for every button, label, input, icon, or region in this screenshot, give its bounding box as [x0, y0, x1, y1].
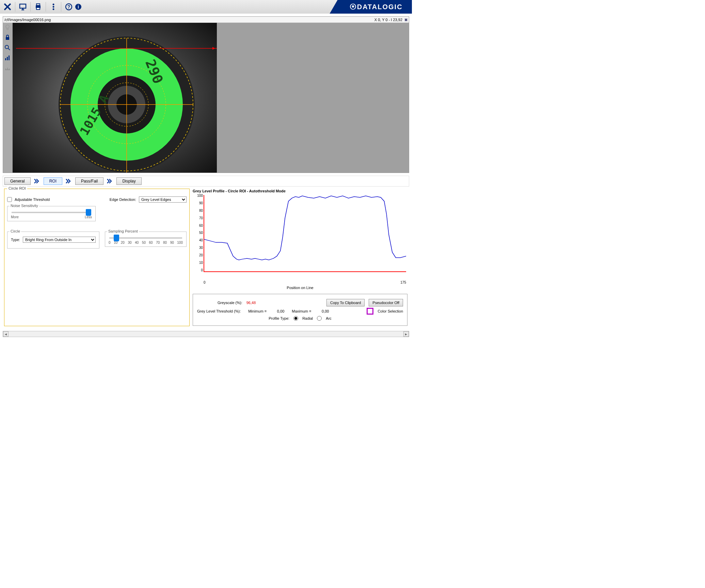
toolbar-separator: [15, 2, 15, 12]
toolbar-separator: [61, 2, 61, 12]
slider-thumb[interactable]: [86, 209, 91, 216]
svg-rect-15: [5, 58, 6, 60]
histogram-icon[interactable]: [4, 54, 11, 62]
tab-general[interactable]: General: [4, 177, 31, 185]
profile-info-box: Greyscale (%): 96,48 Copy To Clipboard P…: [193, 294, 407, 326]
horizontal-scrollbar[interactable]: ◄ ►: [3, 331, 409, 337]
chevron-right-icon: [32, 179, 42, 184]
tab-roi[interactable]: ROI: [44, 177, 62, 185]
svg-text:i: i: [78, 4, 79, 10]
max-label: Maximum =: [292, 309, 311, 313]
svg-rect-13: [6, 37, 9, 40]
image-panel: /cf/Images/Image00016.png X 0, Y 0 - I 2…: [3, 16, 409, 173]
threshold-label: Grey Level Threshold (%):: [197, 309, 241, 313]
more-menu-icon[interactable]: [49, 2, 58, 12]
scroll-left-icon[interactable]: ◄: [3, 331, 9, 337]
svg-rect-0: [20, 4, 26, 8]
cursor-coords: X 0, Y 0 - I 23,92: [374, 18, 402, 22]
profile-title: Grey Level Profile - Circle ROI - Autoth…: [193, 189, 407, 193]
adjustable-threshold-label: Adjustable Threshold: [15, 197, 50, 202]
tab-passfail[interactable]: Pass/Fail: [75, 177, 103, 185]
image-path-bar: /cf/Images/Image00016.png X 0, Y 0 - I 2…: [3, 17, 409, 23]
edge-detection-label: Edge Detection:: [110, 197, 136, 202]
pseudocolor-button[interactable]: Pseudocolor Off: [369, 299, 403, 306]
profile-type-arc-radio[interactable]: [317, 316, 322, 321]
top-toolbar: ? i ⦿DATALOGIC: [0, 0, 412, 14]
pin-icon[interactable]: ▣: [404, 18, 407, 21]
color-selection-label: Color Selection: [378, 309, 403, 313]
copy-to-clipboard-button[interactable]: Copy To Clipboard: [326, 299, 365, 306]
svg-point-6: [53, 9, 54, 10]
monitor-icon[interactable]: [18, 2, 28, 12]
slider-thumb[interactable]: [114, 235, 119, 241]
panel-title: Circle ROI: [7, 186, 27, 190]
chevron-right-icon: [64, 179, 74, 184]
info-icon[interactable]: i: [74, 2, 83, 12]
image-path: /cf/Images/Image00016.png: [4, 18, 51, 22]
svg-point-5: [53, 6, 54, 8]
min-value: 0,00: [271, 309, 284, 313]
help-icon[interactable]: ?: [64, 2, 74, 12]
svg-point-11: [6, 25, 9, 28]
profile-panel: Grey Level Profile - Circle ROI - Autoth…: [192, 189, 408, 326]
toolbar-separator: [46, 2, 46, 12]
profile-type-radial-radio[interactable]: [293, 316, 298, 321]
min-label: Minimum =: [248, 309, 267, 313]
bulb-icon[interactable]: [4, 23, 11, 31]
scroll-right-icon[interactable]: ►: [403, 331, 409, 337]
chevron-right-icon: [105, 179, 115, 184]
x-min: 0: [204, 281, 206, 284]
color-selection-swatch[interactable]: [367, 308, 373, 315]
profile-type-label: Profile Type:: [269, 316, 289, 320]
svg-point-4: [53, 4, 54, 5]
svg-rect-17: [9, 55, 10, 60]
image-viewer[interactable]: 290 1015 A: [13, 23, 217, 173]
adjustable-threshold-checkbox[interactable]: [7, 197, 12, 202]
svg-text:?: ?: [67, 4, 70, 10]
close-icon[interactable]: [3, 2, 12, 12]
toolbar-separator: [30, 2, 31, 12]
svg-rect-3: [36, 7, 40, 10]
svg-point-14: [5, 45, 9, 49]
x-axis-title: Position on Line: [193, 286, 407, 290]
lock-icon[interactable]: [4, 34, 11, 41]
sampling-group-title: Sampling Percent: [107, 229, 139, 233]
inspect-icon[interactable]: [4, 44, 11, 51]
edge-detection-select[interactable]: Grey Level Edges: [139, 196, 187, 203]
max-value: 0,00: [315, 309, 329, 313]
greyscale-label: Greyscale (%):: [218, 301, 242, 305]
sampling-slider[interactable]: [109, 237, 182, 239]
x-max: 175: [400, 281, 406, 284]
circle-group-title: Circle: [10, 229, 21, 233]
noise-sensitivity-group: Noise Sensitivity MoreLess: [7, 206, 96, 221]
circle-roi-panel: Circle ROI Adjustable Threshold Edge Det…: [4, 189, 190, 326]
svg-rect-2: [36, 4, 40, 5]
svg-rect-12: [7, 28, 8, 30]
print-icon[interactable]: [33, 2, 43, 12]
noise-sensitivity-slider[interactable]: [12, 212, 91, 213]
image-side-toolbar: [4, 23, 13, 72]
config-tabs: General ROI Pass/Fail Display: [3, 176, 409, 187]
profile-chart: 1009080706050403020100 0175: [193, 194, 407, 279]
empty-viewer-area: [217, 23, 409, 173]
circle-type-label: Type:: [11, 238, 20, 242]
tab-display[interactable]: Display: [116, 177, 141, 185]
noise-sensitivity-title: Noise Sensitivity: [10, 204, 39, 208]
greyscale-value: 96,48: [246, 301, 256, 305]
profile-type-radial-label: Radial: [302, 316, 313, 320]
sampling-percent-group: Sampling Percent 0102030405060708090100: [105, 232, 187, 247]
measure-icon[interactable]: [4, 64, 11, 72]
profile-type-arc-label: Arc: [326, 316, 332, 320]
circle-type-select[interactable]: Bright Ring From Outside In: [23, 237, 96, 243]
circle-group: Circle Type: Bright Ring From Outside In: [7, 232, 99, 249]
brand-logo: ⦿DATALOGIC: [327, 0, 412, 14]
svg-rect-16: [7, 57, 8, 60]
slider-more-label: More: [11, 215, 19, 219]
